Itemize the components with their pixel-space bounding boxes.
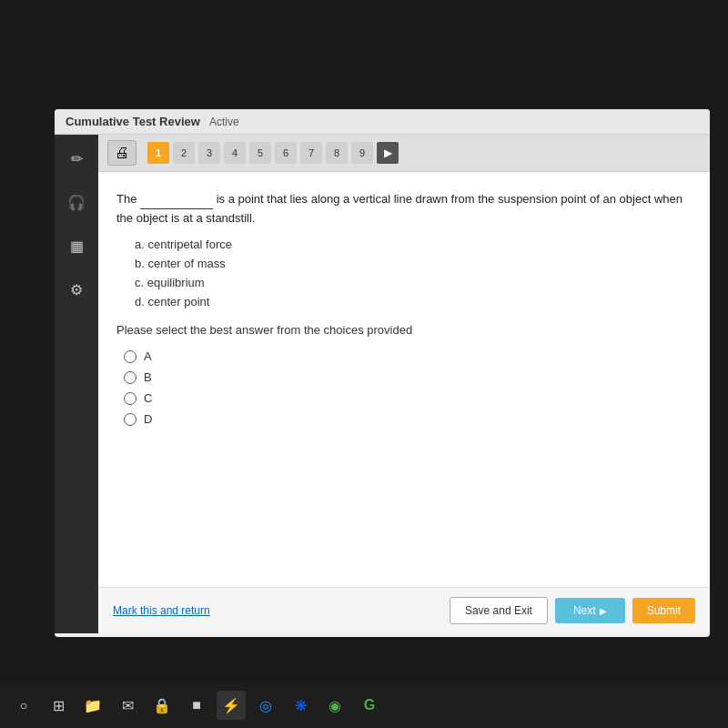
content-area: 🖨 1 2 3 4 5 6 7 8 9 ▶ The is a point tha… [98,135,710,633]
choice-a-letter: a. [135,238,147,251]
bottom-buttons: Save and Exit Next Submit [450,597,695,624]
question-area: The is a point that lies along a vertica… [98,172,710,587]
question-num-6[interactable]: 6 [275,142,297,164]
taskbar-edge-icon[interactable]: ◎ [251,691,280,720]
question-blank [140,190,213,209]
taskbar-bolt-icon[interactable]: ⚡ [217,691,246,720]
question-num-3[interactable]: 3 [198,142,220,164]
next-button[interactable]: Next [555,598,625,623]
radio-label-b: B [144,370,152,384]
instruction-text: Please select the best answer from the c… [116,323,692,337]
choice-c-text: equilibrium [147,276,205,289]
question-num-8[interactable]: 8 [326,142,348,164]
taskbar-box-icon[interactable]: ■ [182,691,211,720]
taskbar-mail-icon[interactable]: ✉ [113,691,142,720]
radio-option-a[interactable]: A [124,349,692,363]
sidebar-icon-calculator[interactable]: ▦ [60,229,93,262]
choice-d: d. center point [135,295,692,308]
radio-circle-a [124,350,136,363]
screen-container: Cumulative Test Review Active ✏ 🎧 ▦ ⚙ 🖨 … [55,109,710,637]
radio-option-d[interactable]: D [124,412,692,426]
choice-b-letter: b. [135,257,147,270]
top-bar: Cumulative Test Review Active [55,109,710,135]
sidebar: ✏ 🎧 ▦ ⚙ [55,135,98,633]
taskbar-dropbox-icon[interactable]: ❋ [286,691,315,720]
choice-d-letter: d. [135,295,147,308]
question-num-5[interactable]: 5 [249,142,271,164]
sidebar-icon-gear[interactable]: ⚙ [60,273,93,306]
submit-button[interactable]: Submit [632,598,695,623]
print-button[interactable]: 🖨 [107,140,136,166]
question-text-before: The [116,192,140,206]
sidebar-icon-pencil[interactable]: ✏ [60,142,93,175]
radio-label-d: D [144,412,152,426]
choice-b-text: center of mass [147,257,225,270]
question-num-1[interactable]: 1 [147,142,169,164]
page-title: Cumulative Test Review [66,115,200,128]
choice-a-text: centripetal force [147,238,232,251]
question-num-4[interactable]: 4 [224,142,246,164]
taskbar: ○ ⊞ 📁 ✉ 🔒 ■ ⚡ ◎ ❋ ◉ G [0,682,728,728]
question-num-7[interactable]: 7 [300,142,322,164]
radio-option-b[interactable]: B [124,370,692,384]
status-badge: Active [209,116,239,128]
choice-b: b. center of mass [135,257,692,270]
main-layout: ✏ 🎧 ▦ ⚙ 🖨 1 2 3 4 5 6 7 8 9 ▶ [55,135,710,633]
taskbar-lock-icon[interactable]: 🔒 [147,691,177,720]
sidebar-icon-headphones[interactable]: 🎧 [60,186,93,218]
taskbar-chrome-icon[interactable]: ◉ [320,691,349,720]
nav-bar: 🖨 1 2 3 4 5 6 7 8 9 ▶ [98,135,710,172]
choice-d-text: center point [147,295,209,308]
save-exit-button[interactable]: Save and Exit [450,597,548,624]
radio-label-a: A [144,349,152,363]
radio-option-c[interactable]: C [124,391,692,405]
radio-circle-c [124,392,136,405]
question-num-2[interactable]: 2 [173,142,195,164]
taskbar-task-view-icon[interactable]: ⊞ [44,691,73,720]
radio-options: A B C D [124,349,692,426]
question-text: The is a point that lies along a vertica… [116,190,692,227]
bottom-bar: Mark this and return Save and Exit Next … [98,587,710,633]
radio-label-c: C [144,391,152,405]
taskbar-windows-icon[interactable]: ○ [9,691,38,720]
mark-return-link[interactable]: Mark this and return [113,604,210,617]
taskbar-explorer-icon[interactable]: 📁 [78,691,107,720]
choice-a: a. centripetal force [135,238,692,251]
choice-c: c. equilibrium [135,276,692,289]
choice-c-letter: c. [135,276,147,289]
radio-circle-d [124,413,136,426]
question-num-9[interactable]: 9 [351,142,373,164]
radio-circle-b [124,371,136,384]
nav-next-arrow[interactable]: ▶ [377,142,399,164]
answer-choices: a. centripetal force b. center of mass c… [135,238,692,308]
taskbar-g-icon[interactable]: G [355,691,384,720]
